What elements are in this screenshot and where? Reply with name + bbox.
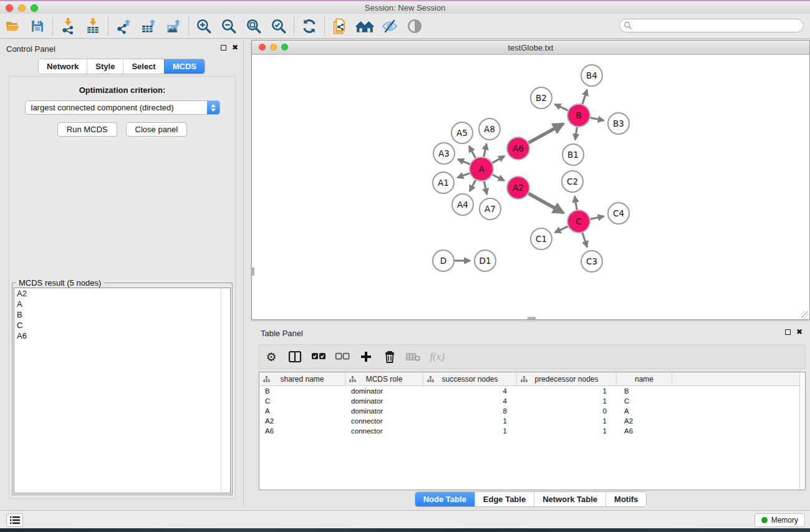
column-header-successor-nodes[interactable]: successor nodes: [423, 372, 517, 385]
cell-name[interactable]: A: [617, 407, 672, 415]
cell-MCDS-role[interactable]: dominator: [345, 397, 423, 405]
table-row[interactable]: Bdominator41B: [259, 386, 805, 396]
edge-C-C1[interactable]: [555, 226, 568, 233]
zoom-in-icon[interactable]: [191, 16, 216, 37]
new-network-from-selection-icon[interactable]: [327, 16, 352, 37]
edge-B-B3[interactable]: [591, 118, 604, 120]
result-item[interactable]: C: [14, 320, 230, 331]
open-folder-icon[interactable]: [0, 16, 25, 37]
cell-name[interactable]: B: [617, 387, 672, 395]
edge-A-A8[interactable]: [484, 144, 486, 157]
result-item[interactable]: A: [14, 299, 230, 309]
horizontal-scroll-thumb[interactable]: [528, 317, 536, 319]
network-close-button[interactable]: [259, 44, 266, 51]
node-B3[interactable]: B3: [608, 113, 629, 134]
node-C2[interactable]: C2: [562, 171, 583, 192]
node-A6[interactable]: A6: [507, 137, 529, 160]
search-input[interactable]: [619, 19, 804, 32]
result-item[interactable]: A6: [14, 331, 230, 341]
cell-successor-nodes[interactable]: 1: [423, 417, 517, 425]
edge-A6-B[interactable]: [529, 123, 564, 142]
home-icon[interactable]: [352, 16, 377, 37]
result-item[interactable]: B: [14, 309, 230, 320]
edge-A2-C[interactable]: [529, 193, 564, 213]
save-icon[interactable]: [25, 16, 50, 37]
node-A2[interactable]: A2: [507, 177, 529, 199]
tab-mcds[interactable]: MCDS: [164, 59, 205, 74]
close-window-button[interactable]: [6, 4, 13, 12]
cell-name[interactable]: C: [617, 397, 672, 405]
edge-C-C2[interactable]: [575, 196, 577, 210]
edge-B-B2[interactable]: [555, 104, 568, 110]
edge-B-B1[interactable]: [575, 127, 577, 140]
node-A[interactable]: A: [470, 157, 493, 181]
cell-MCDS-role[interactable]: connector: [345, 417, 423, 425]
cell-predecessor-nodes[interactable]: 1: [517, 427, 617, 435]
edge-A-A5[interactable]: [469, 146, 475, 158]
cell-shared-name[interactable]: A: [259, 407, 345, 415]
tab-select[interactable]: Select: [123, 59, 163, 74]
column-header-shared-name[interactable]: shared name: [259, 372, 345, 385]
node-D1[interactable]: D1: [475, 250, 496, 271]
node-table[interactable]: shared nameMCDS rolesuccessor nodesprede…: [259, 372, 806, 490]
node-C[interactable]: C: [567, 210, 590, 233]
cell-predecessor-nodes[interactable]: 1: [517, 387, 617, 395]
node-C3[interactable]: C3: [581, 251, 602, 272]
minimize-window-button[interactable]: [18, 4, 26, 12]
edge-C-C4[interactable]: [591, 216, 604, 219]
edge-C-C3[interactable]: [582, 233, 587, 247]
node-A4[interactable]: A4: [452, 194, 473, 215]
result-item[interactable]: A2: [14, 288, 230, 299]
table-tab-edge-table[interactable]: Edge Table: [475, 492, 534, 506]
edge-A-A6[interactable]: [492, 156, 504, 163]
network-zoom-button[interactable]: [281, 44, 288, 51]
table-scrollbar[interactable]: [799, 372, 805, 490]
cell-MCDS-role[interactable]: connector: [345, 427, 423, 435]
edge-A-A3[interactable]: [458, 159, 470, 164]
close-table-panel-icon[interactable]: ✖: [796, 329, 803, 335]
node-B2[interactable]: B2: [531, 87, 552, 109]
column-header-name[interactable]: name: [617, 372, 672, 385]
hide-graphics-details-icon[interactable]: [377, 16, 402, 37]
function-builder-icon[interactable]: f(x): [425, 347, 449, 367]
node-A3[interactable]: A3: [433, 143, 455, 164]
network-graph[interactable]: AA6A2BCA5A8A3A1A4A7B4B2B3B1C2C4C1C3DD1: [252, 55, 809, 319]
zoom-window-button[interactable]: [31, 4, 38, 12]
cell-shared-name[interactable]: A6: [259, 427, 345, 435]
node-A7[interactable]: A7: [480, 198, 501, 220]
close-panel-icon[interactable]: ✖: [232, 44, 238, 51]
close-panel-button[interactable]: Close panel: [126, 122, 188, 137]
cell-predecessor-nodes[interactable]: 1: [517, 417, 617, 425]
table-row[interactable]: A6connector11A6: [259, 426, 805, 436]
float-panel-icon[interactable]: [221, 45, 226, 51]
cell-name[interactable]: A6: [617, 427, 672, 435]
import-network-icon[interactable]: [55, 16, 80, 37]
show-columns-icon[interactable]: [283, 347, 307, 367]
network-canvas[interactable]: AA6A2BCA5A8A3A1A4A7B4B2B3B1C2C4C1C3DD1: [252, 55, 809, 319]
cell-successor-nodes[interactable]: 8: [423, 407, 517, 415]
zoom-out-icon[interactable]: [216, 16, 241, 37]
criterion-select[interactable]: largest connected component (directed): [25, 100, 220, 115]
cell-shared-name[interactable]: B: [259, 387, 345, 395]
node-B4[interactable]: B4: [581, 65, 602, 86]
resize-grip[interactable]: [801, 311, 809, 319]
edge-A-A7[interactable]: [484, 181, 487, 195]
edge-A-A2[interactable]: [493, 175, 504, 181]
node-D[interactable]: D: [433, 250, 454, 271]
tab-network[interactable]: Network: [39, 59, 87, 74]
table-row[interactable]: Cdominator41C: [259, 396, 805, 406]
edge-A-A1[interactable]: [458, 173, 470, 178]
table-tab-network-table[interactable]: Network Table: [534, 492, 605, 506]
select-all-checkboxes-icon[interactable]: [307, 347, 330, 367]
delete-column-trash-icon[interactable]: [378, 347, 402, 367]
run-mcds-button[interactable]: Run MCDS: [57, 122, 117, 137]
export-table-icon[interactable]: [136, 16, 161, 37]
show-graphics-details-icon[interactable]: [402, 16, 427, 37]
zoom-selected-icon[interactable]: [266, 16, 291, 37]
cell-predecessor-nodes[interactable]: 0: [517, 407, 617, 415]
export-network-icon[interactable]: [111, 16, 136, 37]
network-window-titlebar[interactable]: testGlobe.txt: [252, 41, 809, 55]
node-A8[interactable]: A8: [479, 118, 500, 140]
edge-A-A4[interactable]: [470, 180, 476, 191]
result-scrollbar[interactable]: [221, 288, 221, 493]
